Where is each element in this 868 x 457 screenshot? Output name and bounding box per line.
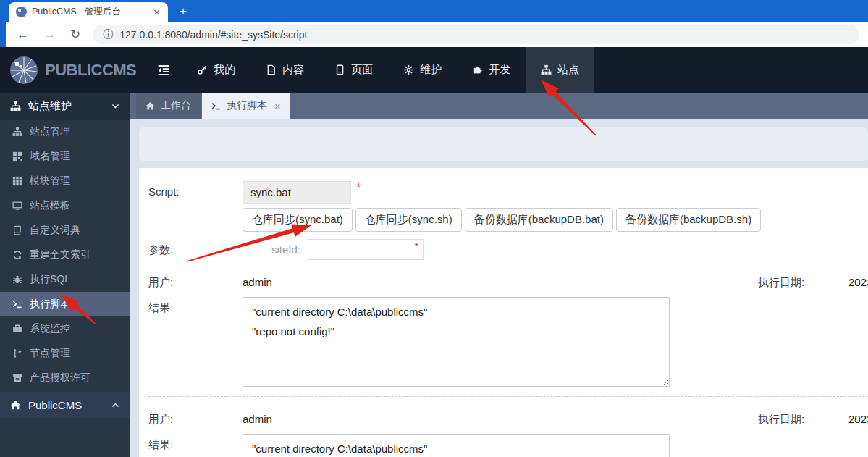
siteid-input[interactable]: [308, 239, 424, 260]
sidebar-footer-publiccms[interactable]: PublicCMS: [0, 392, 130, 418]
nav-item-my[interactable]: 我的: [182, 47, 250, 93]
sidebar-item-rebuild-fulltext-index[interactable]: 重建全文索引: [0, 243, 130, 267]
siteid-label: siteId:: [243, 239, 308, 260]
nav-item-label: 维护: [420, 63, 442, 77]
application-window: PublicCMS - 管理后台 × + ← → ↻ ⓘ 127.0.0.1:8…: [0, 0, 868, 457]
user-label: 用户:: [148, 272, 243, 290]
nav-item-develop[interactable]: 开发: [457, 47, 526, 93]
new-tab-button[interactable]: +: [180, 5, 187, 17]
nav-item-label: 页面: [351, 63, 373, 77]
nav-item-maintenance[interactable]: 维护: [388, 47, 457, 93]
nav-item-site[interactable]: 站点: [526, 47, 594, 93]
browser-toolbar: ← → ↻ ⓘ 127.0.0.1:8080/admin/#site_sysSi…: [0, 22, 868, 47]
sidebar-item-site-management[interactable]: 站点管理: [0, 120, 130, 144]
chevron-up-icon: [111, 401, 120, 410]
sidebar-item-system-monitor[interactable]: 系统监控: [0, 316, 130, 341]
sidebar-item-label: 执行SQL: [30, 273, 70, 286]
sidebar-item-execute-sql[interactable]: 执行SQL: [0, 267, 130, 292]
sidebar-section-label: 站点维护: [28, 99, 72, 113]
script-label: Script:: [148, 181, 243, 204]
sidebar-item-label: 域名管理: [30, 150, 70, 163]
record-divider: [148, 396, 868, 397]
script-button-backupdb-bat[interactable]: 备份数据库(backupDB.bat): [465, 208, 613, 232]
sitemap-icon: [12, 127, 22, 137]
sidebar-item-custom-dictionary[interactable]: 自定义词典: [0, 218, 130, 243]
back-icon[interactable]: ←: [10, 28, 35, 42]
book-icon: [12, 225, 22, 235]
nav-item-page[interactable]: 页面: [319, 47, 388, 93]
result-label: 结果:: [148, 297, 243, 387]
home-icon: [10, 400, 21, 411]
sidebar-items: 站点管理域名管理模块管理站点模板自定义词典重建全文索引执行SQL执行脚本系统监控…: [0, 120, 130, 390]
nav-item-label: 站点: [557, 63, 579, 77]
user-label: 用户:: [148, 408, 243, 427]
sidebar-item-site-template[interactable]: 站点模板: [0, 193, 130, 218]
brand-text: PUBLICCMS: [45, 61, 136, 80]
outdent-icon: [157, 64, 170, 77]
script-input[interactable]: [243, 181, 351, 204]
browser-tab-title: PublicCMS - 管理后台: [32, 6, 146, 18]
result-label: 结果:: [148, 434, 243, 457]
nav-item-label: 开发: [489, 63, 510, 77]
script-button-sync-bat[interactable]: 仓库同步(sync.bat): [243, 208, 353, 232]
url-text: 127.0.0.1:8080/admin/#site_sysSite/scrip…: [119, 29, 307, 41]
gears-icon: [403, 64, 414, 75]
sidebar-item-domain-management[interactable]: 域名管理: [0, 144, 130, 169]
desktop-icon: [12, 201, 22, 211]
tab-label: 执行脚本: [227, 99, 267, 112]
exec-date-value: 2023: [848, 413, 868, 427]
app-navbar: PUBLICCMS 我的内容页面维护开发站点: [0, 47, 868, 93]
record-result-row: 结果:: [148, 434, 868, 457]
sidebar-item-label: 节点管理: [30, 347, 70, 360]
result-textarea[interactable]: [243, 434, 670, 457]
sitemap-icon: [10, 101, 21, 112]
script-row: Script: *: [148, 181, 868, 204]
script-button-backupdb-sh[interactable]: 备份数据库(backupDB.sh): [616, 208, 761, 232]
nav-item-label: 我的: [214, 63, 235, 77]
terminal-icon: [211, 101, 221, 111]
sidebar-section-header[interactable]: 站点维护: [0, 93, 130, 120]
record-user-row: 用户:admin执行日期:2023: [148, 272, 868, 290]
page-tabbar: 工作台执行脚本×: [130, 93, 868, 119]
publiccms-logo-icon: [9, 56, 38, 85]
page-info-icon[interactable]: ⓘ: [103, 28, 113, 41]
terminal-icon: [12, 299, 22, 309]
sitemap-icon: [541, 64, 552, 75]
params-label: 参数:: [148, 239, 243, 260]
chevron-down-icon: [111, 101, 120, 111]
nav-item-content[interactable]: 内容: [250, 47, 319, 93]
sidebar-footer-label: PublicCMS: [28, 399, 82, 411]
sidebar-item-execute-script[interactable]: 执行脚本: [0, 292, 130, 316]
bug-icon: [12, 274, 22, 285]
mobile-icon: [334, 64, 345, 75]
forward-icon[interactable]: →: [37, 28, 62, 42]
sidebar-item-node-management[interactable]: 节点管理: [0, 341, 130, 366]
top-nav-items: 我的内容页面维护开发站点: [182, 47, 594, 93]
archive-icon: [12, 373, 22, 383]
tab-close-icon[interactable]: ×: [274, 100, 281, 112]
browser-tab[interactable]: PublicCMS - 管理后台 ×: [9, 2, 168, 22]
result-textarea[interactable]: [243, 297, 670, 387]
browser-tabstrip: PublicCMS - 管理后台 × +: [0, 0, 868, 22]
execution-records: 用户:admin执行日期:2023结果:用户:admin执行日期:2023结果:: [148, 272, 868, 457]
script-button-row: 仓库同步(sync.bat)仓库同步(sync.sh)备份数据库(backupD…: [243, 208, 868, 232]
tab-close-icon[interactable]: ×: [151, 7, 162, 17]
user-value: admin: [243, 413, 758, 425]
home-icon: [146, 101, 155, 111]
sidebar-item-label: 系统监控: [30, 322, 70, 335]
user-value: admin: [243, 276, 758, 288]
file-icon: [266, 64, 277, 75]
script-button-sync-sh[interactable]: 仓库同步(sync.sh): [355, 208, 462, 232]
address-bar[interactable]: ⓘ 127.0.0.1:8080/admin/#site_sysSite/scr…: [93, 25, 859, 44]
tab-workspace[interactable]: 工作台: [136, 93, 201, 119]
sidebar-item-label: 重建全文索引: [30, 248, 90, 261]
tab-execute-script[interactable]: 执行脚本×: [202, 93, 290, 119]
brand[interactable]: PUBLICCMS: [0, 47, 146, 93]
sidebar-item-module-management[interactable]: 模块管理: [0, 169, 130, 193]
exec-date-value: 2023: [848, 276, 868, 290]
sidebar-collapse-button[interactable]: [146, 47, 182, 93]
sidebar-item-label: 产品授权许可: [30, 372, 90, 385]
sidebar-item-product-license[interactable]: 产品授权许可: [0, 366, 130, 390]
reload-icon[interactable]: ↻: [64, 27, 87, 42]
content-body: Script: * 仓库同步(sync.bat)仓库同步(sync.sh)备份数…: [130, 119, 868, 457]
